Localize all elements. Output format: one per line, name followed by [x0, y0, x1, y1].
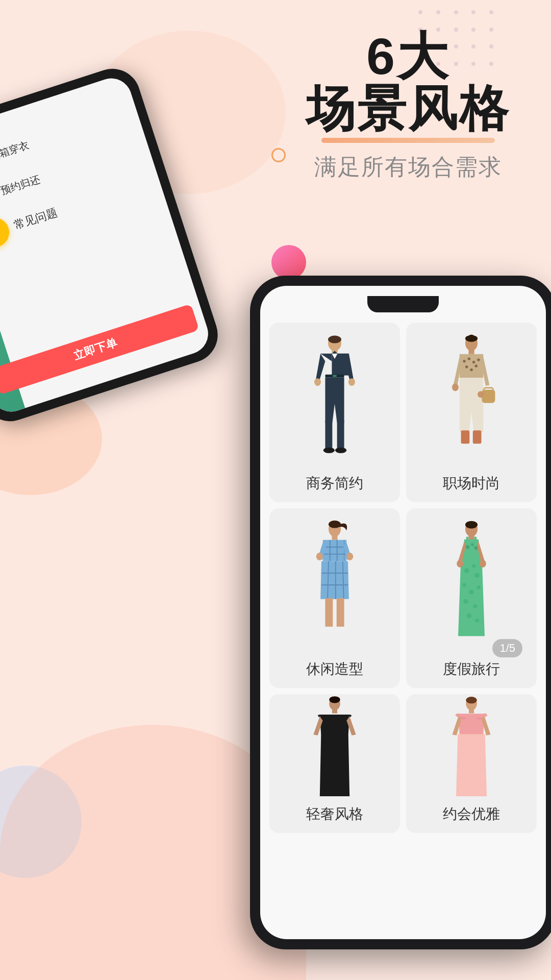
svg-point-67 [477, 585, 480, 589]
right-phone-mockup: 商务简约 [250, 276, 551, 949]
svg-point-24 [472, 361, 475, 364]
svg-point-72 [457, 560, 463, 568]
svg-point-63 [472, 564, 475, 568]
style-card-office-image [406, 323, 537, 465]
style-card-luxury[interactable]: 轻奢风格 [269, 694, 400, 833]
svg-rect-49 [337, 598, 344, 629]
svg-point-15 [335, 448, 346, 453]
style-card-casual-image [269, 508, 400, 651]
svg-rect-12 [325, 421, 332, 449]
style-card-date[interactable]: 约会优雅 [406, 694, 537, 833]
svg-point-34 [478, 391, 484, 398]
svg-rect-13 [337, 421, 344, 449]
style-card-vacation-image [406, 508, 537, 651]
svg-rect-61 [474, 536, 477, 541]
svg-point-23 [468, 357, 471, 360]
svg-point-70 [467, 614, 471, 618]
style-card-luxury-label: 轻奢风格 [306, 796, 363, 833]
svg-point-78 [466, 697, 477, 703]
right-phone-frame: 商务简约 [250, 276, 551, 949]
svg-point-66 [469, 590, 473, 594]
svg-point-28 [475, 364, 478, 368]
deco-circle-pink [271, 245, 306, 280]
right-phone-screen: 商务简约 [260, 286, 546, 939]
svg-point-17 [348, 378, 355, 386]
svg-rect-60 [466, 536, 469, 541]
svg-rect-30 [473, 430, 482, 444]
header-section: 6大 场景风格 满足所有场合需求 [306, 31, 510, 182]
svg-point-57 [466, 545, 469, 549]
svg-point-33 [452, 383, 459, 391]
style-card-vacation-label: 度假旅行 [443, 651, 500, 688]
style-card-business[interactable]: 商务简约 [269, 323, 400, 502]
svg-point-14 [323, 448, 335, 453]
wardrobe-label: 收箱穿衣 [0, 138, 31, 163]
svg-rect-20 [468, 335, 474, 339]
svg-point-36 [329, 521, 341, 528]
svg-point-69 [473, 604, 477, 608]
left-phone-bottom-bar: 立即下单 [0, 304, 199, 395]
svg-point-27 [470, 369, 473, 372]
svg-rect-51 [336, 627, 346, 633]
svg-point-53 [346, 553, 353, 560]
svg-point-71 [475, 619, 479, 622]
svg-point-55 [465, 521, 478, 529]
style-card-office-label: 职场时尚 [443, 465, 500, 502]
style-card-business-image [269, 323, 400, 465]
pagination-badge: 1/5 [492, 639, 522, 657]
svg-point-62 [464, 569, 469, 573]
svg-rect-21 [468, 350, 474, 354]
svg-point-65 [462, 583, 466, 586]
svg-point-22 [463, 360, 466, 363]
faq-icon: ? [0, 214, 13, 251]
header-underline-accent [321, 138, 495, 143]
header-subtitle: 满足所有场合需求 [306, 152, 510, 182]
delivery-label: 预约归还 [0, 172, 42, 198]
deco-circle-orange-1 [271, 148, 286, 162]
style-card-date-label: 约会优雅 [443, 796, 500, 833]
svg-rect-50 [323, 627, 334, 633]
svg-point-52 [316, 553, 323, 560]
svg-rect-37 [332, 535, 337, 540]
svg-point-75 [329, 696, 340, 703]
svg-point-26 [465, 365, 468, 369]
svg-rect-29 [461, 430, 470, 444]
style-card-vacation[interactable]: 1/5 度假旅行 [406, 508, 537, 688]
header-title-line2: 场景风格 [306, 82, 510, 136]
svg-point-8 [328, 336, 341, 344]
svg-rect-48 [325, 598, 333, 629]
svg-point-68 [463, 599, 468, 604]
svg-point-73 [480, 560, 486, 568]
style-grid: 商务简约 [260, 312, 546, 843]
faq-label: 常见问题 [12, 205, 59, 233]
svg-rect-76 [332, 709, 337, 713]
style-card-casual-label: 休闲造型 [306, 651, 363, 688]
style-card-casual[interactable]: 休闲造型 [269, 508, 400, 688]
svg-point-64 [475, 573, 480, 578]
svg-point-25 [477, 358, 480, 361]
svg-rect-11 [333, 375, 336, 377]
header-title-line1: 6大 [306, 31, 510, 82]
style-card-luxury-image [269, 694, 400, 796]
svg-point-16 [314, 378, 321, 386]
style-card-date-image [406, 694, 537, 796]
bottom-button-label: 立即下单 [71, 335, 119, 364]
svg-point-58 [471, 543, 474, 546]
phone-notch [367, 296, 439, 312]
style-card-office[interactable]: 职场时尚 [406, 323, 537, 502]
svg-rect-56 [468, 535, 474, 540]
style-card-business-label: 商务简约 [306, 465, 363, 502]
svg-rect-79 [469, 709, 474, 713]
